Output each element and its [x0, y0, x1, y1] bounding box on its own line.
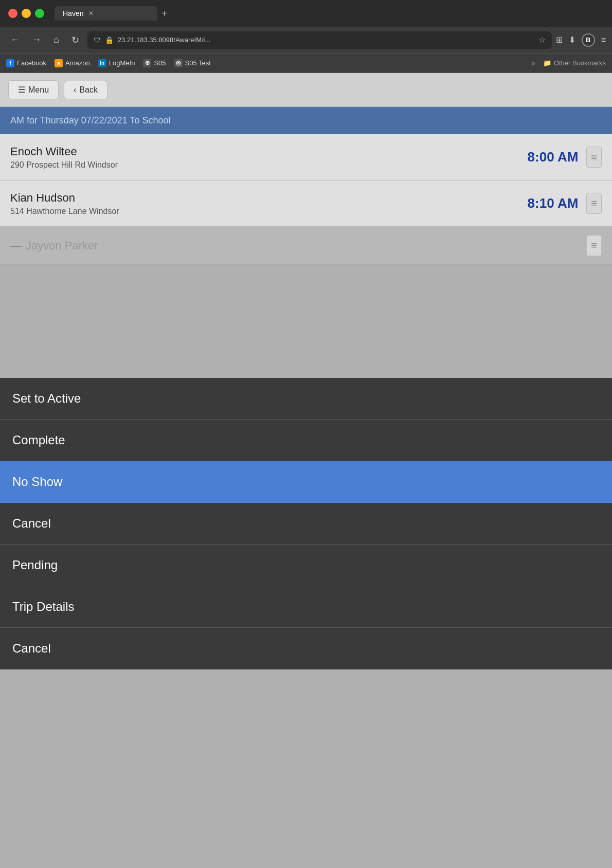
- menu-button-label: Menu: [28, 85, 49, 95]
- bookmark-s05-label: S05: [154, 59, 166, 67]
- refresh-nav-button[interactable]: ↻: [67, 32, 83, 48]
- route-header: AM for Thursday 07/22/2021 To School: [0, 107, 612, 134]
- back-chevron-icon: ‹: [74, 85, 76, 95]
- rider-info: Kian Hudson 514 Hawthorne Lane Windsor: [10, 191, 528, 216]
- rider-address: 290 Prospect Hill Rd Windsor: [10, 160, 528, 170]
- disabled-prefix-icon: —: [10, 239, 22, 252]
- rider-item[interactable]: Enoch Wiltee 290 Prospect Hill Rd Windso…: [0, 134, 612, 180]
- page-content: ☰ Menu ‹ Back AM for Thursday 07/22/2021…: [0, 73, 612, 868]
- back-button-label: Back: [79, 85, 98, 95]
- tab-close-button[interactable]: ✕: [88, 10, 94, 17]
- amazon-icon: a: [55, 59, 63, 67]
- rider-info: Enoch Wiltee 290 Prospect Hill Rd Windso…: [10, 145, 528, 170]
- rider-item-disabled[interactable]: — Jayvon Parker ≡: [0, 227, 612, 265]
- forward-nav-button[interactable]: →: [28, 32, 45, 47]
- other-bookmarks[interactable]: 📁 Other Bookmarks: [543, 59, 606, 67]
- bookmark-s05test[interactable]: ◎ S05 Test: [174, 59, 211, 67]
- rider-info: Jayvon Parker: [26, 239, 586, 252]
- empty-space: [0, 265, 612, 378]
- new-tab-button[interactable]: +: [161, 8, 168, 20]
- bookmark-star-icon[interactable]: ☆: [538, 35, 546, 45]
- rider-name: Kian Hudson: [10, 191, 528, 205]
- context-menu-item-set-active[interactable]: Set to Active: [0, 378, 612, 420]
- page-nav: ☰ Menu ‹ Back: [0, 73, 612, 107]
- pocket-icon[interactable]: ⊞: [556, 35, 563, 45]
- active-tab[interactable]: Haven ✕: [55, 6, 157, 21]
- facebook-icon: f: [6, 59, 14, 67]
- rider-address: 514 Hawthorne Lane Windsor: [10, 207, 528, 216]
- close-traffic-light[interactable]: [8, 9, 17, 18]
- bookmark-logmein[interactable]: In LogMeIn: [98, 59, 135, 67]
- context-menu-item-cancel2[interactable]: Cancel: [0, 628, 612, 670]
- context-menu-item-pending[interactable]: Pending: [0, 545, 612, 586]
- tab-bar: Haven ✕ +: [55, 6, 604, 21]
- set-active-label: Set to Active: [12, 391, 81, 405]
- cancel-label: Cancel: [12, 516, 51, 530]
- url-text: 23.21.183.35:8098/AwareIM/i...: [118, 36, 210, 44]
- bookmark-amazon[interactable]: a Amazon: [55, 59, 90, 67]
- bookmark-facebook-label: Facebook: [17, 59, 46, 67]
- rider-time: 8:00 AM: [528, 149, 579, 165]
- bookmark-logmein-label: LogMeIn: [109, 59, 135, 67]
- s05-icon: ⊕: [143, 59, 151, 67]
- context-menu-item-cancel[interactable]: Cancel: [0, 503, 612, 545]
- minimize-traffic-light[interactable]: [22, 9, 31, 18]
- hamburger-icon: ☰: [18, 85, 25, 95]
- address-bar[interactable]: 🛡 🔒 23.21.183.35:8098/AwareIM/i... ☆: [87, 31, 552, 49]
- lock-icon: 🔒: [105, 36, 114, 44]
- pending-label: Pending: [12, 558, 58, 572]
- bookmark-facebook[interactable]: f Facebook: [6, 59, 46, 67]
- rider-menu-icon[interactable]: ≡: [586, 235, 602, 256]
- profile-button[interactable]: B: [582, 33, 595, 47]
- shield-icon: 🛡: [94, 36, 101, 44]
- logmein-icon: In: [98, 59, 106, 67]
- bookmark-amazon-label: Amazon: [65, 59, 90, 67]
- nav-icons: ⊞ ⬇ B ≡: [556, 33, 606, 47]
- s05test-icon: ◎: [174, 59, 183, 67]
- no-show-label: No Show: [12, 475, 62, 489]
- trip-details-label: Trip Details: [12, 600, 74, 613]
- home-nav-button[interactable]: ⌂: [49, 32, 63, 47]
- rider-menu-icon[interactable]: ≡: [586, 193, 602, 214]
- browser-navbar: ← → ⌂ ↻ 🛡 🔒 23.21.183.35:8098/AwareIM/i.…: [0, 27, 612, 53]
- rider-name: Jayvon Parker: [26, 239, 586, 252]
- browser-titlebar: Haven ✕ +: [0, 0, 612, 27]
- maximize-traffic-light[interactable]: [35, 9, 44, 18]
- route-header-text: AM for Thursday 07/22/2021 To School: [10, 115, 171, 125]
- traffic-lights: [8, 9, 44, 18]
- context-menu-item-trip-details[interactable]: Trip Details: [0, 586, 612, 628]
- download-icon[interactable]: ⬇: [569, 35, 575, 45]
- back-nav-button[interactable]: ←: [6, 32, 24, 47]
- rider-list: Enoch Wiltee 290 Prospect Hill Rd Windso…: [0, 134, 612, 265]
- complete-label: Complete: [12, 433, 65, 447]
- menu-button[interactable]: ☰ Menu: [8, 80, 59, 99]
- rider-time: 8:10 AM: [528, 195, 579, 211]
- context-menu-item-complete[interactable]: Complete: [0, 420, 612, 461]
- bookmarks-bar: f Facebook a Amazon In LogMeIn ⊕ S05 ◎ S…: [0, 53, 612, 73]
- context-menu: Set to Active Complete No Show Cancel Pe…: [0, 378, 612, 670]
- folder-icon: 📁: [543, 59, 551, 67]
- rider-item[interactable]: Kian Hudson 514 Hawthorne Lane Windsor 8…: [0, 180, 612, 227]
- back-button[interactable]: ‹ Back: [64, 81, 107, 99]
- cancel2-label: Cancel: [12, 641, 51, 655]
- tab-title: Haven: [63, 9, 83, 17]
- rider-name: Enoch Wiltee: [10, 145, 528, 158]
- rider-menu-icon[interactable]: ≡: [586, 147, 602, 168]
- bookmark-s05test-label: S05 Test: [185, 59, 211, 67]
- context-menu-item-no-show[interactable]: No Show: [0, 461, 612, 503]
- other-bookmarks-label: Other Bookmarks: [554, 59, 606, 67]
- menu-icon[interactable]: ≡: [601, 35, 606, 45]
- bookmark-s05[interactable]: ⊕ S05: [143, 59, 166, 67]
- more-bookmarks-chevron[interactable]: »: [531, 60, 535, 67]
